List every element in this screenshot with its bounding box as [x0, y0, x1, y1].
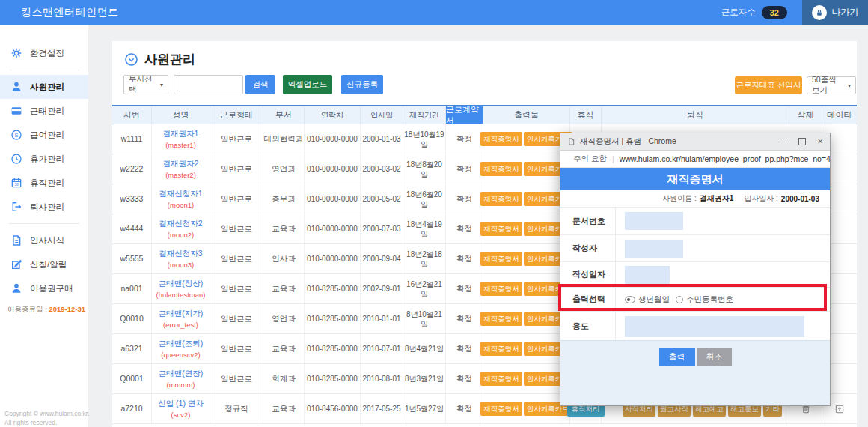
employee-alias-link[interactable]: (error_test) — [163, 320, 198, 330]
employee-name-link[interactable]: 근태맨(지각) — [159, 309, 204, 318]
author-label: 작성자 — [560, 235, 616, 261]
employment-certificate-button[interactable]: 재직증명서 — [480, 402, 522, 416]
employee-alias-link[interactable]: (queenscv2) — [161, 350, 200, 360]
employee-alias-link[interactable]: (master1) — [165, 140, 196, 150]
security-warning-label: 주의 요함 — [573, 154, 607, 164]
hire-date: 2000-01-03 — [361, 124, 403, 154]
doc-icon — [10, 234, 22, 246]
department-select[interactable]: 부서선택▾ — [123, 75, 168, 94]
birthdate-radio[interactable] — [625, 296, 635, 303]
sidebar-item-attendance[interactable]: 근태관리 — [0, 99, 88, 123]
close-icon[interactable]: × — [817, 138, 823, 145]
print-option-row: 출력선택 생년월일 주민등록번호 — [560, 287, 830, 311]
employment-certificate-button[interactable]: 재직증명서 — [480, 132, 522, 146]
sidebar-item-label: 신청/알림 — [30, 259, 67, 270]
company-name: 킹스맨엔터테인먼트 — [21, 6, 119, 19]
maximize-icon[interactable] — [798, 138, 806, 145]
contract-status: 확정 — [446, 304, 483, 333]
employment-certificate-button[interactable]: 재직증명서 — [480, 372, 522, 386]
write-date-input[interactable] — [625, 266, 670, 284]
employee-alias-link[interactable]: (scv2) — [171, 410, 191, 420]
certificate-popup-window: 재직증명서 | 휴램 - Chrome × 주의 요함 | www.hulam.… — [560, 133, 831, 406]
sidebar-item-vacation[interactable]: 휴가관리 — [0, 147, 88, 171]
write-date-label: 작성일자 — [560, 262, 616, 287]
popup-address-bar[interactable]: 주의 요함 | www.hulam.co.kr/hulam/employee_p… — [560, 151, 830, 168]
calendar-icon: 30 — [10, 177, 22, 189]
svg-text:S: S — [15, 132, 19, 139]
purpose-input[interactable] — [625, 316, 804, 337]
print-button[interactable]: 출력 — [659, 348, 695, 366]
sidebar-item-hr-forms[interactable]: 인사서식 — [0, 228, 88, 252]
author-input[interactable] — [625, 240, 683, 258]
purpose-label: 용도 — [560, 312, 616, 341]
employee-alias-link[interactable]: (hulamtestman) — [156, 290, 206, 300]
worker-count-label: 근로자수 — [721, 7, 756, 18]
col-header-type: 근로형태 — [210, 106, 263, 124]
employment-certificate-button[interactable]: 재직증명서 — [480, 192, 522, 206]
employment-certificate-button[interactable]: 재직증명서 — [480, 162, 522, 176]
new-employee-button[interactable]: 신규등록 — [341, 75, 383, 94]
tenure: 1년5월27일 — [403, 394, 446, 423]
sidebar-item-requests[interactable]: 신청/알림 — [0, 252, 88, 276]
search-input[interactable] — [174, 75, 243, 94]
employee-name-link[interactable]: 결재권자2 — [163, 159, 199, 169]
search-button[interactable]: 검색 — [245, 75, 275, 94]
sidebar-item-leave[interactable]: 30 휴직관리 — [0, 171, 88, 195]
employee-name-link[interactable]: 결재권자1 — [163, 129, 199, 139]
employee-name-link[interactable]: 근태맨(조퇴) — [159, 339, 204, 348]
doc-number-input[interactable] — [625, 212, 683, 230]
employment-certificate-button[interactable]: 재직증명서 — [480, 222, 522, 236]
write-date-row: 작성일자 — [560, 261, 830, 287]
sidebar-item-subscription[interactable]: 이용권구매 — [0, 276, 88, 300]
window-controls: × — [780, 138, 823, 145]
employment-certificate-button[interactable]: 재직증명서 — [480, 282, 522, 296]
col-header-tenure: 재직기간 — [403, 106, 446, 124]
department: 영업과 — [263, 304, 305, 333]
employment-type: 일반근로 — [210, 124, 263, 154]
ssn-radio[interactable] — [676, 296, 683, 303]
data-icon[interactable] — [834, 404, 845, 414]
doc-number-row: 문서번호 — [560, 207, 830, 234]
card-icon — [10, 105, 22, 117]
employee-alias-link[interactable]: (moon2) — [168, 230, 194, 240]
employee-alias-link[interactable]: (moon1) — [168, 200, 194, 210]
sidebar-item-resignation[interactable]: 퇴사관리 — [0, 195, 88, 219]
certificate-employee-name: 결재권자1 — [700, 193, 734, 204]
page-size-select[interactable]: 50줄씩 보기▾ — [807, 76, 856, 94]
contract-status: 확정 — [446, 364, 483, 393]
employee-name-link[interactable]: 신입 (1) 연차 — [158, 399, 204, 408]
sidebar-item-settings[interactable]: 환경설정 — [0, 41, 88, 65]
employment-certificate-button[interactable]: 재직증명서 — [480, 342, 522, 356]
contract-status: 확정 — [446, 154, 483, 184]
logout-button[interactable]: 나가기 — [802, 0, 868, 25]
worker-count-badge: 32 — [762, 6, 787, 19]
employment-certificate-button[interactable]: 재직증명서 — [480, 252, 522, 266]
doc-number-label: 문서번호 — [560, 208, 616, 234]
employment-certificate-button[interactable]: 재직증명서 — [480, 312, 522, 326]
worker-rep-button[interactable]: 근로자대표 선임서 — [735, 76, 802, 94]
employee-alias-link[interactable]: (mmmm) — [167, 380, 195, 390]
excel-upload-button[interactable]: 엑셀업로드 — [283, 75, 332, 94]
department: 교육과 — [263, 274, 305, 303]
employee-alias-link[interactable]: (master2) — [165, 170, 196, 180]
phone-number: 010-0000-0000 — [305, 214, 361, 243]
popup-title-bar[interactable]: 재직증명서 | 휴램 - Chrome × — [560, 133, 830, 151]
employee-name-link[interactable]: 근태맨(연장) — [159, 369, 204, 378]
sidebar-item-employees[interactable]: 사원관리 — [0, 75, 88, 99]
popup-footer: 출력 취소 — [560, 340, 830, 405]
hire-date: 2000-03-02 — [361, 154, 403, 184]
sidebar-item-label: 근태관리 — [30, 106, 64, 117]
minimize-icon[interactable] — [780, 142, 787, 142]
sidebar-item-payroll[interactable]: S 급여관리 — [0, 123, 88, 147]
employee-name-link[interactable]: 결재신청자3 — [159, 249, 202, 258]
employee-name-cell: 근태맨(지각) (error_test) — [152, 304, 210, 333]
employee-alias-link[interactable]: (moon3) — [168, 260, 194, 270]
col-header-phone: 연락처 — [305, 106, 361, 124]
employee-name-link[interactable]: 결재신청자1 — [159, 189, 202, 199]
cancel-button[interactable]: 취소 — [697, 348, 732, 366]
employee-name-link[interactable]: 결재신청자2 — [159, 219, 202, 228]
clock-icon — [10, 153, 22, 165]
employment-type: 일반근로 — [210, 184, 263, 214]
col-header-leave: 휴직 — [570, 106, 602, 124]
employee-name-link[interactable]: 근태맨(정상) — [159, 279, 204, 288]
